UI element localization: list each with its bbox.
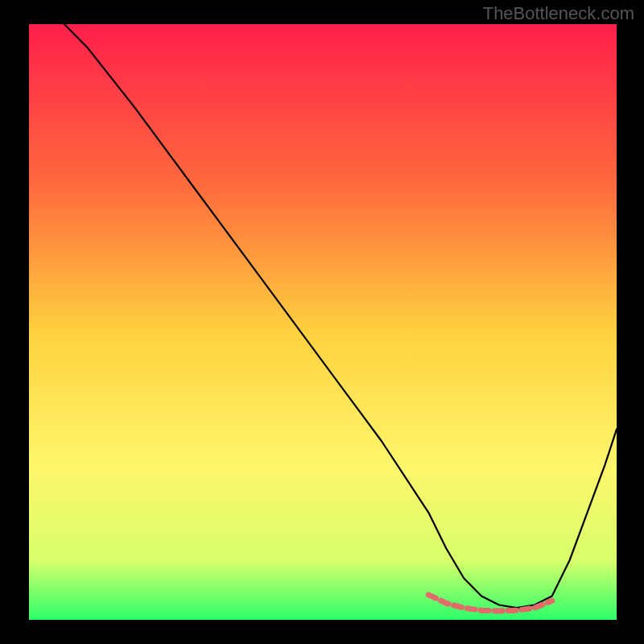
chart-svg (29, 24, 617, 620)
chart-area (29, 24, 617, 620)
gradient-background (29, 24, 617, 620)
watermark-text: TheBottleneck.com (483, 3, 634, 24)
